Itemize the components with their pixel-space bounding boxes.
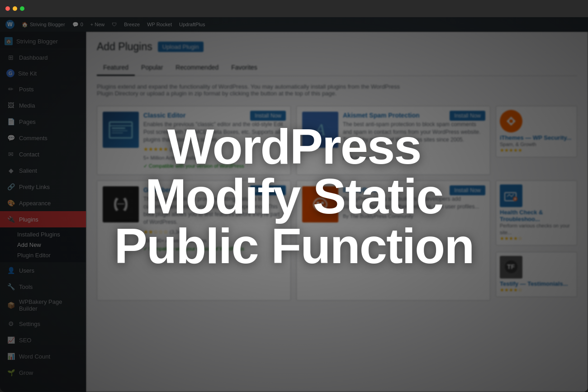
plugins-icon: 🔌	[6, 215, 15, 224]
sm-plugin-desc-1: Spam, & Growth	[500, 141, 573, 147]
site-name[interactable]: 🏠 Striving Blogger	[0, 32, 86, 49]
buddypress-desc: BuddyPress helps site builders & develop…	[343, 195, 484, 211]
sm-plugin-name-2: Health Check & Troubleshoo...	[500, 209, 573, 222]
sidebar-item-grow[interactable]: 🌱 Grow	[0, 364, 86, 381]
wpbakery-icon: 📦	[6, 301, 15, 310]
buddypress-by: By The BuddyPress Community	[343, 213, 484, 219]
browser-minimize-dot[interactable]	[13, 6, 17, 11]
plugin-card-classic-editor: Classic Editor Enables the previous "cla…	[97, 106, 291, 175]
sm-plugin-icon-2	[500, 184, 522, 207]
shield-bar[interactable]: 🛡	[109, 17, 119, 32]
akismet-stars: ★★★★☆	[343, 146, 368, 152]
plugin-card-buddypress: BuddyPress BuddyPress helps site builder…	[296, 180, 490, 301]
gutenberg-installs: 300,000+ Active Installations	[143, 238, 285, 243]
plugins-description: Plugins extend and expand the functional…	[97, 83, 413, 97]
plugin-card-sm-1: iThemes — WP Security... Spam, & Growth …	[496, 106, 577, 157]
tab-recommended[interactable]: Recommended	[169, 60, 225, 76]
submenu-plugin-editor[interactable]: Plugin Editor	[0, 250, 86, 260]
appearance-icon: 🎨	[6, 198, 15, 208]
akismet-desc: The best anti-spam protection to block s…	[343, 121, 484, 143]
buddypress-info: BuddyPress BuddyPress helps site builder…	[343, 186, 484, 295]
wp-logo-item[interactable]: W	[3, 17, 17, 32]
buddypress-icon	[302, 186, 338, 222]
wprocket-bar[interactable]: WP Rocket	[144, 17, 175, 32]
site-name-bar[interactable]: 🏠 Striving Blogger	[19, 17, 68, 32]
submenu-installed-plugins[interactable]: Installed Plugins	[0, 229, 86, 240]
install-akismet-button[interactable]: Install Now	[450, 111, 485, 121]
svg-rect-2	[112, 128, 125, 129]
plugin-card-gutenberg: Gutenberg The Gutenberg plugin provides …	[97, 180, 291, 301]
sm-plugin-desc-2: Perform various checks on your site...	[500, 222, 573, 236]
upload-plugin-button[interactable]: Upload Plugin	[158, 42, 204, 52]
settings-icon: ⚙	[6, 319, 15, 328]
sm-plugin-icon-3: TF	[500, 256, 522, 279]
gutenberg-stars: ★★☆☆☆	[143, 229, 168, 235]
svg-text:TF: TF	[507, 263, 515, 270]
browser-close-dot[interactable]	[5, 6, 10, 11]
sidebar-item-users[interactable]: 👤 Users	[0, 262, 86, 279]
right-column-2: Health Check & Troubleshoo... Perform va…	[496, 180, 577, 301]
sidebar-item-dashboard[interactable]: ⊞ Dashboard	[0, 49, 86, 66]
updraftplus-bar[interactable]: UpdraftPlus	[176, 17, 208, 32]
akismet-by: By Automattic	[343, 155, 484, 161]
gutenberg-info: Gutenberg The Gutenberg plugin provides …	[143, 186, 285, 295]
install-classic-editor-button[interactable]: Install Now	[250, 111, 286, 121]
sidebar-item-seo[interactable]: 📈 SEO	[0, 332, 86, 348]
tabs-row: Featured Popular Recommended Favorites	[97, 60, 577, 76]
admin-bar: W 🏠 Striving Blogger 💬 0 + New 🛡 Breeze …	[0, 17, 588, 32]
sidebar-item-pretty-links[interactable]: 🔗 Pretty Links	[0, 179, 86, 195]
comments-bar[interactable]: 💬 0	[70, 17, 86, 32]
right-column: iThemes — WP Security... Spam, & Growth …	[496, 106, 577, 175]
sidebar-item-contact[interactable]: ✉ Contact	[0, 146, 86, 162]
pretty-links-icon: 🔗	[6, 182, 15, 191]
sidebar-item-media[interactable]: 🖼 Media	[0, 97, 86, 113]
pages-icon: 📄	[6, 117, 15, 126]
classic-editor-installs: 5+ Million Active Installations	[143, 155, 285, 161]
svg-point-5	[509, 119, 513, 123]
site-house-icon: 🏠	[5, 37, 13, 45]
svg-point-9	[317, 202, 319, 204]
sidebar-item-tools[interactable]: 🔧 Tools	[0, 279, 86, 295]
classic-editor-compat: ✓ Compatible with your version of WordPr…	[143, 163, 285, 169]
dashboard-icon: ⊞	[6, 53, 15, 62]
browser-fullscreen-dot[interactable]	[20, 6, 24, 11]
comment-icon: 💬	[72, 22, 79, 28]
sm-plugin-name-3: Testify — Testimonials...	[500, 280, 573, 287]
word-count-icon: 📊	[6, 352, 15, 361]
sm-plugin-stars-1: ★★★★★	[500, 147, 573, 153]
sidebar-item-comments[interactable]: 💬 Comments	[0, 130, 86, 146]
sm-plugin-stars-3: ★★★★☆	[500, 287, 573, 293]
breeze-bar[interactable]: Breeze	[121, 17, 142, 32]
gutenberg-compat: ✓ Compatible with your version of WordPr…	[143, 246, 285, 252]
tab-favorites[interactable]: Favorites	[225, 60, 264, 76]
tab-featured[interactable]: Featured	[97, 60, 135, 76]
submenu-add-new[interactable]: Add New	[0, 240, 86, 250]
install-gutenberg-button[interactable]: Install Now	[250, 185, 286, 195]
tab-popular[interactable]: Popular	[135, 60, 169, 76]
sidebar-item-settings[interactable]: ⚙ Settings	[0, 316, 86, 332]
sm-plugin-stars-2: ★★★★☆	[500, 236, 573, 241]
sm-plugin-icon-1	[500, 110, 522, 132]
sidebar-item-posts[interactable]: ✏ Posts	[0, 81, 86, 97]
classic-editor-stars: ★★★★★	[143, 146, 168, 152]
svg-rect-3	[112, 130, 128, 131]
plugin-card-sm-2: Health Check & Troubleshoo... Perform va…	[496, 180, 577, 246]
svg-point-10	[321, 202, 324, 204]
sidebar-item-pages[interactable]: 📄 Pages	[0, 113, 86, 130]
install-buddypress-button[interactable]: Install Now	[450, 185, 485, 195]
wp-logo: W	[5, 20, 14, 29]
sidebar-item-plugins[interactable]: 🔌 Plugins	[0, 211, 86, 227]
page-header: Add Plugins Upload Plugin	[97, 41, 577, 53]
plugins-submenu: Installed Plugins Add New Plugin Editor	[0, 227, 86, 262]
media-icon: 🖼	[6, 101, 15, 110]
new-bar[interactable]: + New	[88, 17, 108, 32]
page-title: Add Plugins	[97, 41, 152, 53]
salient-icon: ◆	[6, 166, 15, 175]
main-content: Add Plugins Upload Plugin Featured Popul…	[86, 32, 588, 392]
sidebar-item-sitekit[interactable]: G Site Kit	[0, 66, 86, 81]
sidebar-item-appearance[interactable]: 🎨 Appearance	[0, 195, 86, 211]
sidebar-item-word-count[interactable]: 📊 Word Count	[0, 348, 86, 364]
svg-rect-0	[109, 122, 132, 138]
sidebar-item-wpbakery[interactable]: 📦 WPBakery Page Builder	[0, 295, 86, 316]
sidebar-item-salient[interactable]: ◆ Salient	[0, 162, 86, 179]
